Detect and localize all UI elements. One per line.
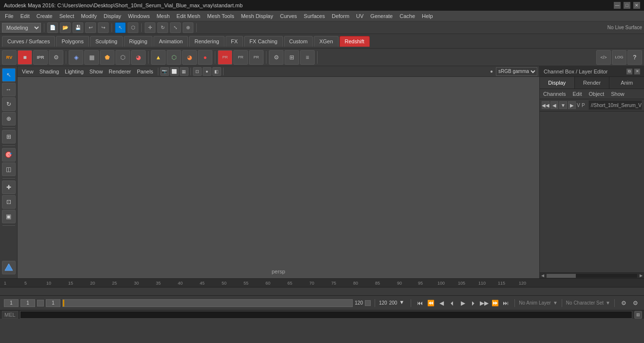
frame-field-2[interactable] (20, 299, 35, 307)
target-button[interactable]: 🎯 (2, 148, 16, 162)
show-menu[interactable]: Show (87, 68, 106, 75)
nav-back-button[interactable]: ◀◀ (542, 101, 549, 109)
menu-windows[interactable]: Windows (125, 12, 153, 20)
maximize-button[interactable]: □ (624, 2, 630, 9)
undo-button[interactable]: ↩ (85, 22, 96, 33)
mode-select[interactable]: Modeling (2, 23, 41, 33)
ipr-button[interactable]: IPR (33, 50, 48, 65)
menu-generate[interactable]: Generate (367, 12, 396, 20)
shelf-tab-polygons[interactable]: Polygons (56, 36, 89, 47)
timeline-ruler[interactable]: 1 5 10 15 20 25 30 35 40 45 50 55 60 65 … (0, 279, 644, 288)
view-menu[interactable]: View (19, 68, 36, 75)
menu-create[interactable]: Create (34, 12, 56, 20)
shape1-button[interactable]: ⬟ (100, 50, 114, 65)
menu-modify[interactable]: Modify (78, 12, 99, 20)
object-menu[interactable]: Object (587, 90, 606, 98)
anim-settings-button[interactable]: ⚙ (619, 298, 628, 308)
frame-button[interactable]: ⊡ (2, 195, 16, 209)
shelf-tab-curves[interactable]: Curves / Surfaces (2, 36, 55, 47)
char-set-dropdown[interactable]: ▼ (606, 300, 610, 306)
menu-mesh-tools[interactable]: Mesh Tools (204, 12, 237, 20)
viewport[interactable]: View Shading Lighting Show Renderer Pane… (18, 66, 539, 278)
play-forward2-button[interactable]: ▶▶ (479, 298, 489, 308)
open-button[interactable]: 📂 (60, 22, 71, 33)
vp-texture-btn[interactable]: ◧ (212, 67, 221, 76)
menu-help[interactable]: Help (419, 12, 436, 20)
vp-grid-toggle[interactable]: ▦ (180, 67, 189, 76)
plus-button[interactable]: ✚ (2, 181, 16, 194)
menu-cache[interactable]: Cache (397, 12, 418, 20)
menu-uv[interactable]: UV (353, 12, 366, 20)
shelf-tab-rendering[interactable]: Rendering (189, 36, 225, 47)
close-button[interactable]: ✕ (633, 2, 640, 9)
sphere-button[interactable]: ◕ (182, 50, 197, 65)
play-forward-button[interactable]: ▶ (458, 298, 468, 308)
edit-menu[interactable]: Edit (571, 90, 583, 98)
maya-logo-button[interactable] (2, 261, 16, 274)
menu-edit-mesh[interactable]: Edit Mesh (173, 12, 203, 20)
shading-menu[interactable]: Shading (37, 68, 61, 75)
shelf-tab-fx[interactable]: FX (226, 36, 243, 47)
fast-forward-button[interactable]: ⏩ (490, 298, 500, 308)
timeline-scrub[interactable] (62, 299, 353, 307)
quad-button[interactable]: ▣ (2, 210, 16, 223)
universal-manip-button[interactable]: ⊕ (183, 22, 193, 33)
scroll-track[interactable] (547, 274, 637, 278)
marquee-button[interactable]: ⊞ (2, 130, 16, 144)
scroll-right-button[interactable]: ▶ (638, 273, 644, 279)
shelf-tab-sculpting[interactable]: Sculpting (90, 36, 123, 47)
shelf-tab-redshift[interactable]: Redshift (340, 36, 370, 47)
panel-close-button[interactable]: ✕ (634, 69, 640, 74)
menu-surfaces[interactable]: Surfaces (301, 12, 328, 20)
save-button[interactable]: 💾 (73, 22, 83, 33)
region-button[interactable]: ◫ (2, 162, 16, 176)
shelf-tab-custom[interactable]: Custom (284, 36, 313, 47)
snap-button[interactable]: ⊕ (2, 112, 16, 126)
menu-edit[interactable]: Edit (18, 12, 33, 20)
tab-render[interactable]: Render (575, 77, 610, 89)
code-button[interactable]: </> (596, 50, 611, 65)
range-start-field[interactable] (46, 299, 60, 307)
scroll-thumb[interactable] (547, 274, 576, 278)
show-menu-panel[interactable]: Show (609, 90, 626, 98)
diamond-button[interactable]: ◈ (69, 50, 83, 65)
shape2-button[interactable]: ⬡ (115, 50, 130, 65)
shelf-tab-animation[interactable]: Animation (153, 36, 188, 47)
rotate-button[interactable]: ↻ (157, 22, 168, 33)
cylinder-button[interactable]: ● (198, 50, 212, 65)
shelf-tab-xgen[interactable]: XGen (314, 36, 338, 47)
lighting-menu[interactable]: Lighting (62, 68, 86, 75)
nav-next-button[interactable]: ▶ (568, 101, 576, 109)
scale-button[interactable]: ⤡ (170, 22, 181, 33)
poly-button[interactable]: ⬡ (167, 50, 181, 65)
render-view-button[interactable]: ■ (18, 50, 32, 65)
nav-filter-button[interactable]: ▼ (559, 101, 567, 109)
mel-input[interactable] (20, 311, 632, 319)
list-button[interactable]: ≡ (300, 50, 315, 65)
channels-menu[interactable]: Channels (542, 90, 567, 98)
menu-deform[interactable]: Deform (329, 12, 352, 20)
go-start-button[interactable]: ⏮ (415, 298, 425, 308)
panel-scrollbar[interactable]: ◀ ▶ (540, 272, 644, 278)
menu-mesh-display[interactable]: Mesh Display (238, 12, 276, 20)
move-button[interactable]: ✛ (145, 22, 155, 33)
vp-filmgate-button[interactable]: ⬜ (170, 67, 179, 76)
vp-smooth-btn[interactable]: ● (203, 67, 211, 76)
menu-display[interactable]: Display (101, 12, 124, 20)
panel-float-button[interactable]: ⧉ (626, 69, 632, 74)
pr3-button[interactable]: PR (249, 50, 264, 65)
grid2-button[interactable]: ⊞ (284, 50, 299, 65)
pr1-button[interactable]: PR (218, 50, 232, 65)
grid-button[interactable]: ▦ (84, 50, 99, 65)
current-frame-field[interactable] (4, 299, 19, 307)
lasso-button[interactable]: ⬡ (128, 22, 138, 33)
light-button[interactable]: ▲ (151, 50, 166, 65)
log-button[interactable]: LOG (612, 50, 626, 65)
shelf-tab-rigging[interactable]: Rigging (124, 36, 152, 47)
help-button[interactable]: ? (627, 50, 642, 65)
shelf-tab-fxcaching[interactable]: FX Caching (244, 36, 283, 47)
tab-display[interactable]: Display (540, 77, 575, 89)
panels-menu[interactable]: Panels (134, 68, 156, 75)
minimize-button[interactable]: — (614, 2, 621, 9)
menu-select[interactable]: Select (57, 12, 77, 20)
